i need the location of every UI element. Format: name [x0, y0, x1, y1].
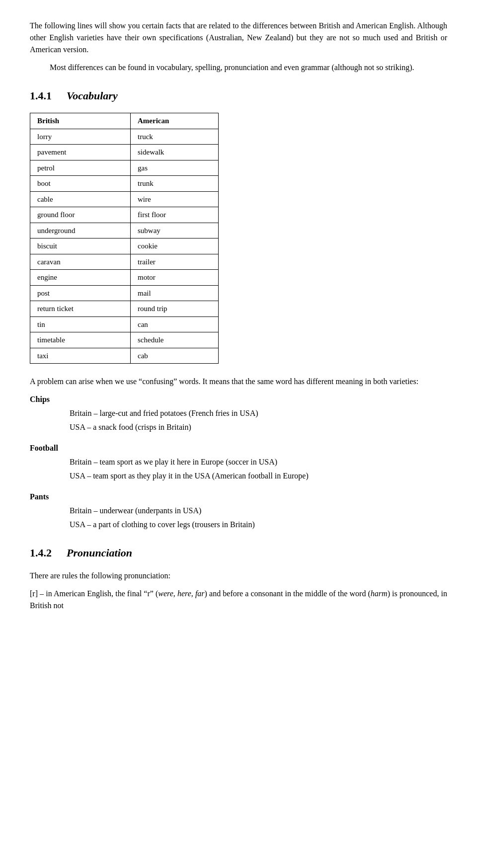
confusing-entry: Britain – large-cut and fried potatoes (…: [70, 407, 447, 419]
table-row: tincan: [30, 316, 219, 332]
confusing-group: FootballBritain – team sport as we play …: [30, 442, 447, 482]
pronunciation-italic1: were, here, far: [158, 589, 204, 598]
confusing-entry: Britain – team sport as we play it here …: [70, 456, 447, 468]
table-row: pavementsidewalk: [30, 145, 219, 160]
table-cell: cookie: [131, 238, 219, 254]
section-141-number: 1.4.1: [30, 87, 52, 104]
table-cell: boot: [30, 176, 131, 192]
table-row: lorrytruck: [30, 129, 219, 145]
confusing-entry: USA – team sport as they play it in the …: [70, 470, 447, 482]
table-cell: cab: [131, 348, 219, 364]
confusing-entry: USA – a part of clothing to cover legs (…: [70, 519, 447, 531]
section-141-heading: 1.4.1 Vocabulary: [30, 87, 447, 104]
confusing-entry: USA – a snack food (crisps in Britain): [70, 421, 447, 433]
table-row: caravantrailer: [30, 254, 219, 270]
confusing-group: PantsBritain – underwear (underpants in …: [30, 491, 447, 531]
table-cell: truck: [131, 129, 219, 145]
table-cell: can: [131, 316, 219, 332]
table-cell: taxi: [30, 348, 131, 364]
table-cell: underground: [30, 223, 131, 238]
pronunciation-text-prefix: [r] – in American English, the final “r”…: [30, 589, 158, 598]
table-cell: subway: [131, 223, 219, 238]
pronunciation-text-mid: ) and before a consonant in the middle o…: [205, 589, 371, 598]
intro-paragraph-2: Most differences can be found in vocabul…: [30, 62, 447, 74]
intro-paragraph-1: The following lines will show you certai…: [30, 20, 447, 56]
table-row: postmail: [30, 285, 219, 301]
table-row: ground floorfirst floor: [30, 207, 219, 223]
confusing-entry: Britain – underwear (underpants in USA): [70, 505, 447, 517]
vocabulary-table: British American lorrytruckpavementsidew…: [30, 113, 219, 364]
confusing-section: A problem can arise when we use “confusi…: [30, 376, 447, 531]
table-cell: schedule: [131, 332, 219, 348]
pronunciation-line1: There are rules the following pronunciat…: [30, 570, 447, 582]
table-cell: motor: [131, 270, 219, 286]
table-cell: mail: [131, 285, 219, 301]
table-cell: caravan: [30, 254, 131, 270]
table-row: undergroundsubway: [30, 223, 219, 238]
pronunciation-section: There are rules the following pronunciat…: [30, 570, 447, 612]
table-cell: petrol: [30, 160, 131, 176]
confusing-term: Chips: [30, 394, 447, 405]
table-header-row: British American: [30, 113, 219, 129]
section-142-title: Pronunciation: [67, 545, 132, 561]
table-cell: lorry: [30, 129, 131, 145]
table-cell: round trip: [131, 301, 219, 317]
table-row: cablewire: [30, 191, 219, 207]
pronunciation-italic2: harm: [371, 589, 388, 598]
table-cell: timetable: [30, 332, 131, 348]
confusing-term: Pants: [30, 491, 447, 503]
table-cell: sidewalk: [131, 145, 219, 160]
table-cell: gas: [131, 160, 219, 176]
table-header-american: American: [131, 113, 219, 129]
section-141-title: Vocabulary: [67, 87, 118, 104]
table-cell: cable: [30, 191, 131, 207]
confusing-term: Football: [30, 442, 447, 454]
table-cell: trailer: [131, 254, 219, 270]
table-row: return ticketround trip: [30, 301, 219, 317]
table-cell: pavement: [30, 145, 131, 160]
table-cell: tin: [30, 316, 131, 332]
table-cell: ground floor: [30, 207, 131, 223]
table-header-british: British: [30, 113, 131, 129]
confusing-group: ChipsBritain – large-cut and fried potat…: [30, 394, 447, 433]
table-cell: engine: [30, 270, 131, 286]
table-row: enginemotor: [30, 270, 219, 286]
table-cell: post: [30, 285, 131, 301]
table-row: taxicab: [30, 348, 219, 364]
pronunciation-line2: [r] – in American English, the final “r”…: [30, 588, 447, 612]
confusing-intro: A problem can arise when we use “confusi…: [30, 376, 447, 388]
table-row: timetableschedule: [30, 332, 219, 348]
section-142-number: 1.4.2: [30, 545, 52, 561]
table-cell: first floor: [131, 207, 219, 223]
table-row: petrolgas: [30, 160, 219, 176]
table-cell: trunk: [131, 176, 219, 192]
table-cell: wire: [131, 191, 219, 207]
section-142-heading: 1.4.2 Pronunciation: [30, 545, 447, 561]
table-row: biscuitcookie: [30, 238, 219, 254]
table-row: boottrunk: [30, 176, 219, 192]
table-cell: return ticket: [30, 301, 131, 317]
table-cell: biscuit: [30, 238, 131, 254]
